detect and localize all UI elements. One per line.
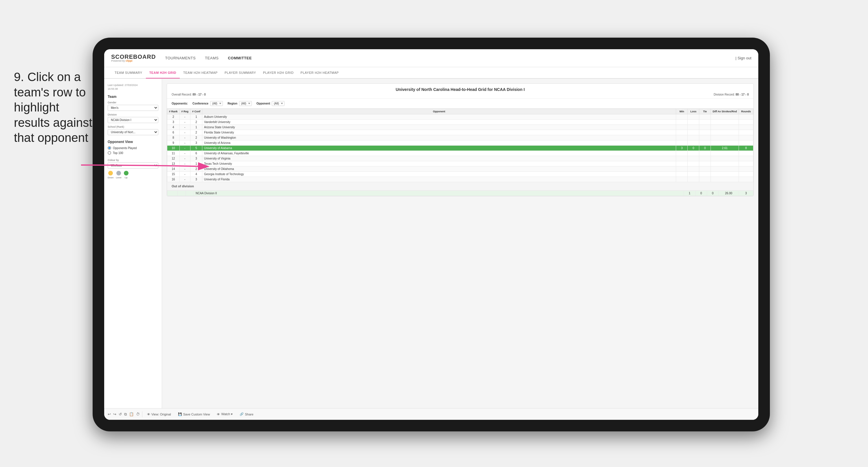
radio-top100[interactable]: Top 100 <box>108 151 158 155</box>
gender-select[interactable]: Men's <box>108 105 158 111</box>
table-cell <box>688 114 699 120</box>
table-cell: University of Washington <box>202 135 676 140</box>
tablet-screen: SCOREBOARD Powered by clippi TOURNAMENTS… <box>104 49 758 420</box>
region-select[interactable]: (All) <box>239 101 252 106</box>
table-row[interactable]: 14-2University of Oklahoma <box>167 167 753 172</box>
logo-scoreboard: SCOREBOARD <box>111 54 156 60</box>
watch-btn[interactable]: 👁 Watch ▾ <box>214 411 235 417</box>
sign-out-button[interactable]: | Sign out <box>736 56 751 60</box>
save-custom-view-btn[interactable]: 💾 Save Custom View <box>176 411 212 417</box>
table-cell <box>739 135 753 140</box>
colour-by-label: Colour by <box>108 159 158 162</box>
table-cell: Auburn University <box>202 114 676 120</box>
legend-down: Down <box>108 171 114 179</box>
conference-select[interactable]: (All) <box>210 101 223 106</box>
table-row[interactable]: 10-5University of Alabama3002.618 <box>167 146 753 151</box>
out-of-div-row[interactable]: NCAA Division II 1 0 0 26.00 3 <box>167 191 753 196</box>
table-row[interactable]: 15-4Georgia Institute of Technology <box>167 172 753 177</box>
panel-records: Overall Record: 89 - 17 - 0 Division Rec… <box>172 93 749 96</box>
radio-opponents-played[interactable]: Opponents Played <box>108 146 158 150</box>
table-cell: Texas Tech University <box>202 161 676 167</box>
table-cell: - <box>180 161 190 167</box>
table-row[interactable]: 2-1Auburn University <box>167 114 753 120</box>
table-cell <box>711 114 739 120</box>
table-cell <box>676 177 688 182</box>
col-header-reg: # Reg <box>180 109 190 114</box>
table-cell: 3 <box>190 177 202 182</box>
tab-player-summary[interactable]: PLAYER SUMMARY <box>221 67 259 79</box>
undo-icon[interactable]: ↩ <box>108 412 111 416</box>
table-cell <box>676 120 688 125</box>
table-cell: 9 <box>167 140 180 146</box>
table-row[interactable]: 13-1Texas Tech University <box>167 161 753 167</box>
table-row[interactable]: 16-3University of Florida <box>167 177 753 182</box>
table-cell <box>699 151 711 156</box>
division-label: Division <box>108 113 158 116</box>
tab-player-h2h-grid[interactable]: PLAYER H2H GRID <box>259 67 297 79</box>
table-cell <box>699 161 711 167</box>
table-cell: - <box>180 140 190 146</box>
table-cell <box>699 140 711 146</box>
table-cell <box>676 125 688 130</box>
col-header-opponent: Opponent <box>202 109 676 114</box>
table-cell: - <box>180 151 190 156</box>
table-cell <box>688 156 699 161</box>
region-filter: Region (All) <box>227 101 252 106</box>
share-btn[interactable]: 🔗 Share <box>237 411 255 417</box>
table-cell <box>688 130 699 135</box>
opponent-select[interactable]: (All) <box>272 101 284 106</box>
table-cell: University of Oklahoma <box>202 167 676 172</box>
table-cell: 1 <box>190 125 202 130</box>
gender-label: Gender <box>108 101 158 104</box>
radio-dot-top100 <box>108 151 111 155</box>
out-div-diff: 26.00 <box>719 191 739 196</box>
out-div-tie: 0 <box>707 191 719 196</box>
colour-by-select[interactable]: Win/loss <box>108 163 158 169</box>
col-header-diff: Diff Av Strokes/Rnd <box>711 109 739 114</box>
table-cell <box>711 140 739 146</box>
col-header-tie: Tie <box>699 109 711 114</box>
table-row[interactable]: 9-3University of Arizona <box>167 140 753 146</box>
nav-teams[interactable]: TEAMS <box>205 55 219 61</box>
reset-icon[interactable]: ↺ <box>119 412 122 416</box>
redo-icon[interactable]: ↪ <box>113 412 116 416</box>
table-row[interactable]: 3-2Vanderbilt University <box>167 120 753 125</box>
table-row[interactable]: 12-3University of Virginia <box>167 156 753 161</box>
table-cell: - <box>180 125 190 130</box>
tab-player-h2h-heatmap[interactable]: PLAYER H2H HEATMAP <box>297 67 342 79</box>
division-select[interactable]: NCAA Division I <box>108 117 158 123</box>
out-div-label: NCAA Division II <box>194 191 684 196</box>
table-cell: 15 <box>167 172 180 177</box>
table-row[interactable]: 6-2Florida State University <box>167 130 753 135</box>
panel-title: University of North Carolina Head-to-Hea… <box>172 87 749 92</box>
copy-icon[interactable]: ⧉ <box>124 412 127 417</box>
table-cell <box>676 130 688 135</box>
sub-nav: TEAM SUMMARY TEAM H2H GRID TEAM H2H HEAT… <box>104 67 758 79</box>
table-row[interactable]: 8-2University of Washington <box>167 135 753 140</box>
out-div-reg <box>178 191 186 196</box>
table-cell: 0 <box>688 146 699 151</box>
table-cell <box>711 167 739 172</box>
tab-team-h2h-heatmap[interactable]: TEAM H2H HEATMAP <box>180 67 221 79</box>
table-row[interactable]: 4-1Arizona State University <box>167 125 753 130</box>
nav-tournaments[interactable]: TOURNAMENTS <box>165 55 196 61</box>
view-original-btn[interactable]: 👁 View: Original <box>145 412 174 417</box>
col-header-rounds: Rounds <box>739 109 753 114</box>
table-cell <box>739 177 753 182</box>
main-content: Last Updated: 27/03/2024 16:55:38 Team G… <box>104 79 758 408</box>
out-of-division-header: Out of division <box>167 182 753 191</box>
overall-record: Overall Record: 89 - 17 - 0 <box>172 93 206 96</box>
table-row[interactable]: 11-6University of Arkansas, Fayetteville <box>167 151 753 156</box>
out-div-conf <box>186 191 194 196</box>
time-icon[interactable]: ⏱ <box>136 412 140 416</box>
tab-team-summary[interactable]: TEAM SUMMARY <box>111 67 146 79</box>
table-cell: - <box>180 172 190 177</box>
school-select[interactable]: University of Nort... <box>108 129 158 135</box>
tab-team-h2h-grid[interactable]: TEAM H2H GRID <box>146 67 180 79</box>
table-cell <box>711 125 739 130</box>
table-cell <box>739 167 753 172</box>
paste-icon[interactable]: 📋 <box>129 412 134 416</box>
table-cell <box>739 140 753 146</box>
out-of-division-table: NCAA Division II 1 0 0 26.00 3 <box>167 191 753 196</box>
nav-committee[interactable]: COMMITTEE <box>228 55 252 61</box>
